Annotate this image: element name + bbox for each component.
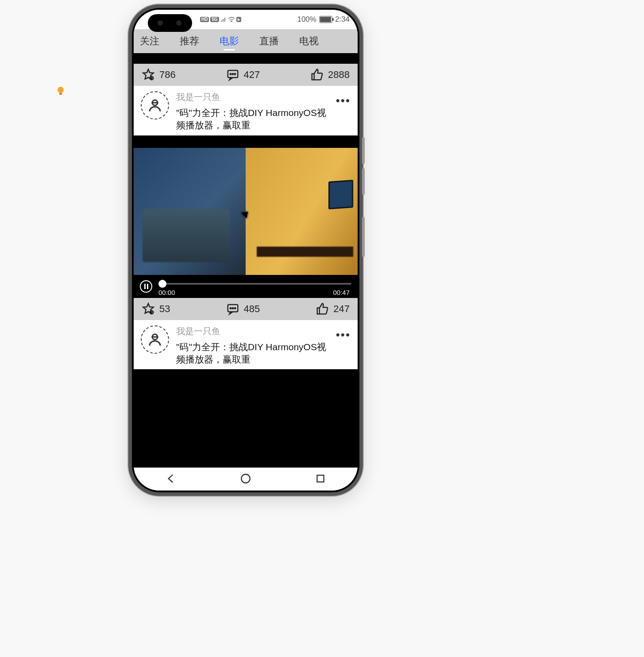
volume-down-button xyxy=(362,168,365,195)
comment-stat[interactable]: 427 xyxy=(226,68,260,81)
volume-up-button xyxy=(362,137,365,164)
pause-button[interactable] xyxy=(140,280,152,293)
video-player[interactable]: 00:00 00:47 xyxy=(134,135,358,298)
star-icon xyxy=(142,68,155,81)
progress-bar[interactable] xyxy=(158,283,351,285)
svg-point-6 xyxy=(234,73,235,75)
stats-bar: 786 427 2888 xyxy=(134,64,358,86)
lightbulb-icon xyxy=(57,86,65,97)
rec-icon: ▸ xyxy=(236,17,241,22)
system-nav-bar xyxy=(134,468,358,491)
like-count: 247 xyxy=(333,303,350,315)
author-name: 我是一只鱼 xyxy=(176,325,329,337)
svg-point-14 xyxy=(241,474,250,483)
signal-icon xyxy=(220,15,227,24)
svg-point-4 xyxy=(230,73,231,75)
tab-live[interactable]: 直播 xyxy=(259,35,279,48)
network-5g-icon: 5G xyxy=(210,17,219,22)
like-count: 2888 xyxy=(328,69,350,81)
wifi-icon xyxy=(228,15,235,24)
svg-point-0 xyxy=(58,87,64,93)
clock: 2:34 xyxy=(335,15,350,24)
avatar[interactable] xyxy=(141,325,169,354)
like-stat[interactable]: 247 xyxy=(316,302,350,316)
hd-icon: HD xyxy=(200,17,209,22)
nav-back[interactable] xyxy=(165,473,177,486)
thumbs-up-icon xyxy=(316,302,329,316)
phone-frame: HD 5G ▸ 100% 2:34 关注 推荐 电影 直播 电视 xyxy=(128,4,363,496)
top-tabs: 关注 推荐 电影 直播 电视 xyxy=(134,29,358,53)
nav-recent[interactable] xyxy=(315,473,326,486)
status-indicators: HD 5G ▸ xyxy=(200,15,241,24)
battery-icon xyxy=(319,16,332,23)
spacer xyxy=(134,369,358,468)
favorite-count: 786 xyxy=(159,69,176,81)
more-button[interactable]: ••• xyxy=(336,328,351,342)
camera-notch xyxy=(148,14,192,32)
svg-point-10 xyxy=(230,307,231,309)
author-name: 我是一只鱼 xyxy=(176,91,329,103)
comment-count: 427 xyxy=(244,69,260,81)
svg-point-5 xyxy=(232,73,233,75)
thumbs-up-icon xyxy=(310,68,324,81)
time-current: 00:00 xyxy=(158,289,175,296)
player-controls: 00:00 00:47 xyxy=(134,275,358,298)
post-header: 我是一只鱼 "码"力全开：挑战DIY HarmonyOS视频播放器，赢取重 ••… xyxy=(134,86,358,135)
tab-tv[interactable]: 电视 xyxy=(299,35,319,48)
user-icon xyxy=(147,97,163,113)
post-header: 我是一只鱼 "码"力全开：挑战DIY HarmonyOS视频播放器，赢取重 ••… xyxy=(134,320,358,370)
feed[interactable]: 786 427 2888 xyxy=(134,53,358,468)
comment-icon xyxy=(226,68,239,81)
power-button xyxy=(362,217,365,257)
star-icon xyxy=(142,302,155,316)
tab-follow[interactable]: 关注 xyxy=(140,35,159,48)
favorite-count: 53 xyxy=(159,303,170,315)
post-title: "码"力全开：挑战DIY HarmonyOS视频播放器，赢取重 xyxy=(176,107,329,132)
nav-home[interactable] xyxy=(240,473,251,486)
svg-point-11 xyxy=(232,307,233,309)
favorite-stat[interactable]: 786 xyxy=(142,68,176,81)
battery-percent: 100% xyxy=(297,15,316,24)
like-stat[interactable]: 2888 xyxy=(310,68,350,81)
comment-icon xyxy=(226,302,239,316)
post-title: "码"力全开：挑战DIY HarmonyOS视频播放器，赢取重 xyxy=(176,341,329,366)
comment-stat[interactable]: 485 xyxy=(226,302,260,316)
spacer xyxy=(134,53,358,64)
progress-thumb[interactable] xyxy=(158,280,166,288)
tab-movie[interactable]: 电影 xyxy=(220,35,239,48)
stats-bar: 53 485 247 xyxy=(134,298,358,320)
svg-rect-15 xyxy=(317,475,324,482)
tab-recommend[interactable]: 推荐 xyxy=(180,35,199,48)
avatar[interactable] xyxy=(141,91,169,120)
svg-rect-1 xyxy=(59,93,62,95)
svg-point-12 xyxy=(234,307,235,309)
comment-count: 485 xyxy=(244,303,260,315)
favorite-stat[interactable]: 53 xyxy=(142,302,170,316)
user-icon xyxy=(147,332,163,348)
time-duration: 00:47 xyxy=(333,289,350,296)
more-button[interactable]: ••• xyxy=(336,94,351,108)
